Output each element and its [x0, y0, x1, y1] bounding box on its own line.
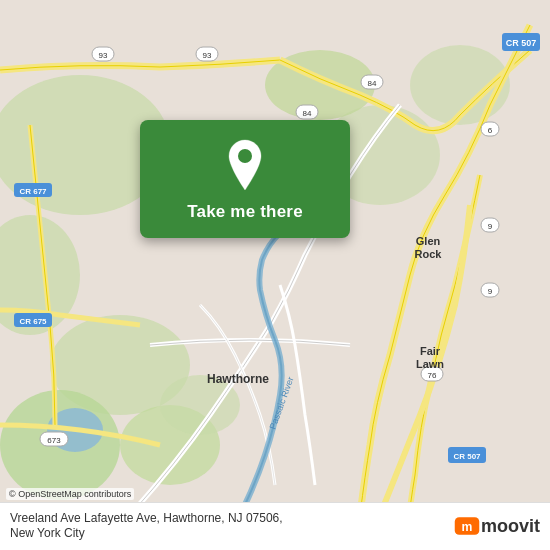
moovit-logo: m moovit: [453, 512, 540, 540]
svg-text:Lawn: Lawn: [416, 358, 444, 370]
svg-text:84: 84: [368, 79, 377, 88]
svg-point-42: [238, 149, 252, 163]
map-container: Passaic River CR 507 93 93 84 84 6 9 9 7…: [0, 0, 550, 550]
svg-text:Glen: Glen: [416, 235, 441, 247]
svg-text:673: 673: [47, 436, 61, 445]
svg-text:CR 507: CR 507: [453, 452, 481, 461]
moovit-text-label: moovit: [481, 516, 540, 537]
svg-text:Rock: Rock: [415, 248, 443, 260]
location-pin-icon: [223, 138, 267, 192]
address-text: Vreeland Ave Lafayette Ave, Hawthorne, N…: [10, 511, 445, 542]
svg-text:6: 6: [488, 126, 493, 135]
svg-text:93: 93: [99, 51, 108, 60]
map-attribution: © OpenStreetMap contributors: [6, 488, 134, 500]
svg-text:93: 93: [203, 51, 212, 60]
location-info: Vreeland Ave Lafayette Ave, Hawthorne, N…: [10, 511, 445, 542]
svg-text:84: 84: [303, 109, 312, 118]
take-me-there-label: Take me there: [187, 202, 303, 222]
moovit-logo-icon: m: [453, 512, 481, 540]
bottom-bar: Vreeland Ave Lafayette Ave, Hawthorne, N…: [0, 502, 550, 550]
svg-text:CR 675: CR 675: [19, 317, 47, 326]
svg-text:m: m: [462, 521, 473, 535]
take-me-there-button[interactable]: Take me there: [140, 120, 350, 238]
address-line1: Vreeland Ave Lafayette Ave, Hawthorne, N…: [10, 511, 283, 525]
svg-text:76: 76: [428, 371, 437, 380]
svg-text:Fair: Fair: [420, 345, 441, 357]
attribution-text: © OpenStreetMap contributors: [9, 489, 131, 499]
svg-text:Hawthorne: Hawthorne: [207, 372, 269, 386]
svg-text:CR 677: CR 677: [19, 187, 47, 196]
svg-text:CR 507: CR 507: [506, 38, 537, 48]
address-line2: New York City: [10, 526, 85, 540]
svg-text:9: 9: [488, 222, 493, 231]
svg-text:9: 9: [488, 287, 493, 296]
map-roads-svg: Passaic River CR 507 93 93 84 84 6 9 9 7…: [0, 0, 550, 550]
